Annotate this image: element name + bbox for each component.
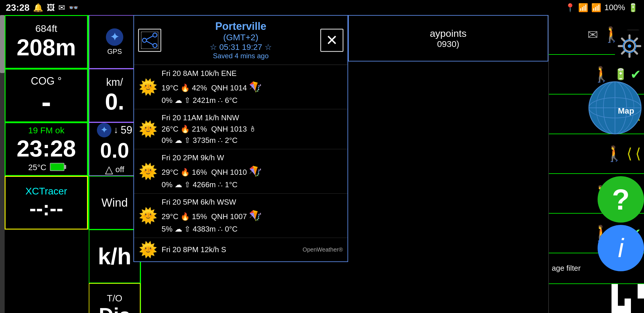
weather-line3-2: 0% ☁ ⇧ 3735m ∴ 2°C <box>162 135 343 146</box>
weather-line1-4: Fri 20 5PM 6k/h WSW <box>162 196 343 208</box>
weather-data-4: Fri 20 5PM 6k/h WSW 29°C 🔥 15% QNH 1007 … <box>162 196 343 235</box>
cog-cell: COG ° - <box>5 69 88 122</box>
bt-speed-value: 59 <box>121 124 132 136</box>
to-cell: T/O Dis <box>89 283 140 313</box>
left-scrollbar[interactable] <box>0 15 5 313</box>
time-cell: 19 FM ok 23:28 25°C <box>5 122 88 176</box>
weather-data-5: Fri 20 8PM 12k/h S <box>162 244 299 255</box>
weather-line2-1: 19°C 🔥 42% QNH 1014 🪁 <box>162 79 343 95</box>
bluetooth-icon-2: ✦ <box>97 123 111 137</box>
weather-saved: Saved 4 mins ago <box>163 52 319 60</box>
weather-share-button[interactable] <box>138 29 161 52</box>
weather-icon-1: 🌞 <box>139 78 158 96</box>
bluetooth-icon: ✦ <box>106 28 123 46</box>
arrow-yellow-4: ⟨ <box>635 145 641 162</box>
weather-line2-4: 29°C 🔥 15% QNH 1007 🪁 <box>162 208 343 223</box>
heading-triangle-icon: △ <box>105 163 113 176</box>
xctracer-label: XCTracer <box>25 185 67 197</box>
cog-value: - <box>41 87 51 116</box>
svg-point-7 <box>628 44 631 48</box>
notification-icon: 🔔 <box>33 3 43 12</box>
weather-city: Porterville <box>163 20 319 32</box>
battery-icon-full: 🔋 <box>628 3 638 12</box>
age-filter-label: age filter <box>549 264 581 273</box>
qr-grid-icon <box>592 284 644 313</box>
svg-rect-0 <box>141 32 158 49</box>
weather-times: ☆ 05:31 19:27 ☆ <box>163 42 319 52</box>
altitude-m: 208m <box>17 34 76 61</box>
speed-unit-bottom: k/h <box>98 243 131 270</box>
speed-top-cell: km/ 0. <box>89 69 140 122</box>
help-button[interactable]: ? <box>598 176 644 223</box>
weather-line2-3: 29°C 🔥 16% QNH 1010 🪁 <box>162 163 343 179</box>
weather-data-1: Fri 20 8AM 10k/h ENE 19°C 🔥 42% QNH 1014… <box>162 68 343 106</box>
to-value: Dis <box>99 304 131 313</box>
bluetooth-gps-cell: ✦ GPS <box>89 15 140 69</box>
weather-row-2: 🌞 Fri 20 11AM 1k/h NNW 26°C 🔥 21% QNH 10… <box>134 109 348 149</box>
current-time: 23:28 <box>17 135 76 162</box>
bt-speed-row: ✦ ↓ 59 <box>97 123 132 137</box>
weather-line3-1: 0% ☁ ⇧ 2421m ∴ 6°C <box>162 95 343 106</box>
weather-gmt: (GMT+2) <box>163 32 319 42</box>
image-icon: 🖼 <box>47 3 55 12</box>
weather-line2-2: 26°C 🔥 21% QNH 1013 🕯 <box>162 123 343 135</box>
svg-line-15 <box>622 51 625 54</box>
altitude-cell: 684ft 208m <box>5 15 88 69</box>
xctracer-time: --:-- <box>29 197 63 220</box>
weather-line1-1: Fri 20 8AM 10k/h ENE <box>162 68 343 79</box>
wind-label: Wind <box>101 196 128 209</box>
fm-ok: 19 FM ok <box>28 125 64 135</box>
battery-status: 100% <box>604 3 625 12</box>
temperature: 25°C <box>28 163 46 172</box>
weather-row-5: 🌞 Fri 20 8PM 12k/h S OpenWeather® <box>134 238 348 261</box>
signal-icon: 📶 <box>591 3 601 12</box>
info-button[interactable]: i <box>598 225 644 271</box>
weather-line1-2: Fri 20 11AM 1k/h NNW <box>162 112 343 123</box>
weather-line1-3: Fri 20 2PM 9k/h W <box>162 152 343 163</box>
mail-icon: ✉ <box>58 3 65 12</box>
wind-cell: Wind <box>89 176 140 230</box>
location-icon: 📍 <box>565 3 575 12</box>
mid-left-panel: ✦ GPS km/ 0. ✦ ↓ 59 0.0 △ off Wind k/h T… <box>89 15 141 313</box>
speed-value-top: 0. <box>105 88 124 115</box>
map-globe-button[interactable]: Map <box>586 79 644 137</box>
speed-bottom-cell: k/h <box>89 230 140 283</box>
battery-indicator <box>50 163 64 172</box>
weather-header: Porterville (GMT+2) ☆ 05:31 19:27 ☆ Save… <box>134 16 348 65</box>
right-panel: ✉ 🚶 📟 🚶 🔋 <box>548 15 644 313</box>
bt-speed-cell: ✦ ↓ 59 0.0 △ off <box>89 122 140 176</box>
waypoints-area: aypoints 0930) <box>348 15 548 61</box>
waypoints-sub: 0930) <box>437 39 460 49</box>
weather-icon-2: 🌞 <box>139 120 158 138</box>
gear-settings-icon[interactable] <box>616 33 643 59</box>
speed-value-bt: 0.0 <box>100 139 129 162</box>
mail-icon-right: ✉ <box>587 27 598 42</box>
person-icon-4: 🚶 <box>605 145 624 163</box>
weather-close-button[interactable]: ✕ <box>320 29 343 52</box>
waypoints-label: aypoints <box>430 28 467 39</box>
xctracer-cell: XCTracer --:-- <box>5 176 88 230</box>
to-label: T/O <box>107 293 122 304</box>
openweather-attribution: OpenWeather® <box>303 246 343 253</box>
svg-line-12 <box>622 39 625 41</box>
gps-label: GPS <box>107 48 122 56</box>
weather-row-1: 🌞 Fri 20 8AM 10k/h ENE 19°C 🔥 42% QNH 10… <box>134 65 348 109</box>
weather-icon-4: 🌞 <box>139 207 158 225</box>
weather-icon-3: 🌞 <box>139 163 158 180</box>
svg-line-13 <box>634 51 637 54</box>
wifi-icon: 📶 <box>578 3 588 12</box>
weather-icon-5: 🌞 <box>139 241 158 259</box>
weather-line3-4: 5% ☁ ⇧ 4383m ∴ 0°C <box>162 223 343 235</box>
status-time: 23:28 <box>6 2 30 13</box>
scrollbar-thumb[interactable] <box>0 15 5 73</box>
weather-row-3: 🌞 Fri 20 2PM 9k/h W 29°C 🔥 16% QNH 1010 … <box>134 149 348 194</box>
bt-arrow: ↓ <box>114 125 118 135</box>
left-panel: 684ft 208m COG ° - 19 FM ok 23:28 25°C X… <box>5 15 89 230</box>
weather-row-4: 🌞 Fri 20 5PM 6k/h WSW 29°C 🔥 15% QNH 100… <box>134 194 348 238</box>
heading-row: △ off <box>105 163 124 176</box>
weather-line1-5: Fri 20 8PM 12k/h S <box>162 244 299 255</box>
arrow-yellow-3: ⟨ <box>627 145 632 162</box>
weather-line3-3: 0% ☁ ⇧ 4266m ∴ 1°C <box>162 179 343 190</box>
off-label: off <box>115 165 124 174</box>
altitude-ft: 684ft <box>35 23 57 34</box>
